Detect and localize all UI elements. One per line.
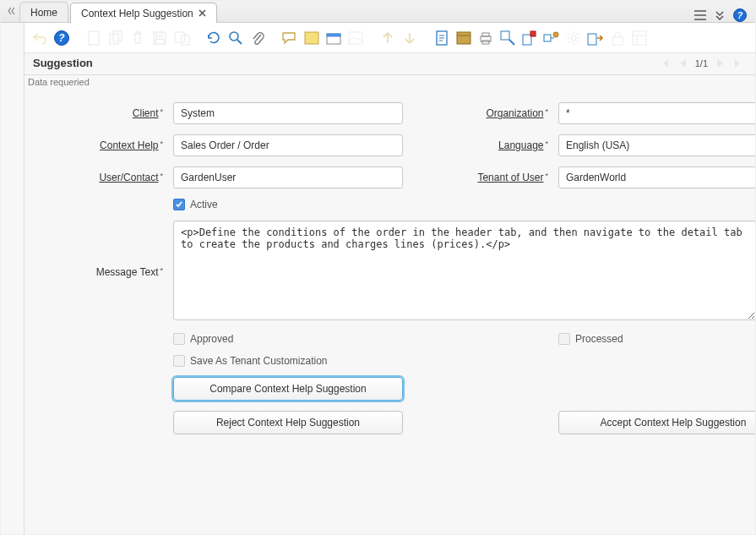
left-rail bbox=[1, 23, 24, 534]
chat-icon[interactable] bbox=[281, 30, 298, 46]
archive-icon[interactable] bbox=[455, 30, 472, 46]
export-icon[interactable] bbox=[587, 30, 604, 46]
svg-rect-5 bbox=[305, 32, 318, 44]
pager-label: 1/1 bbox=[695, 58, 708, 68]
pager-last-icon[interactable] bbox=[733, 58, 743, 68]
label-user-contact: User/Contact* bbox=[28, 172, 163, 183]
gear-icon[interactable] bbox=[565, 30, 582, 46]
svg-rect-12 bbox=[482, 33, 489, 36]
search-icon[interactable] bbox=[227, 30, 244, 46]
arrow-up-icon[interactable] bbox=[379, 30, 396, 46]
svg-point-18 bbox=[553, 32, 558, 37]
svg-rect-2 bbox=[113, 31, 122, 41]
message-text-field[interactable] bbox=[173, 221, 755, 320]
copy-icon[interactable] bbox=[107, 30, 124, 46]
info-icon[interactable]: ? bbox=[53, 30, 70, 46]
approved-checkbox[interactable] bbox=[173, 333, 185, 345]
arrow-down-icon[interactable] bbox=[401, 30, 418, 46]
lock-icon[interactable] bbox=[609, 30, 626, 46]
svg-rect-1 bbox=[110, 34, 118, 44]
tab-active-label: Context Help Suggestion bbox=[81, 8, 193, 19]
accept-button[interactable]: Accept Context Help Suggestion bbox=[558, 411, 755, 434]
label-processed: Processed bbox=[575, 333, 623, 345]
page-title: Suggestion bbox=[33, 57, 93, 69]
svg-rect-16 bbox=[530, 31, 536, 36]
help-icon[interactable]: ? bbox=[733, 8, 747, 22]
chevron-down-double-icon[interactable] bbox=[715, 10, 725, 20]
reject-button[interactable]: Reject Context Help Suggestion bbox=[173, 411, 403, 434]
menu-icon[interactable] bbox=[694, 10, 706, 20]
form-layout-icon[interactable] bbox=[631, 30, 648, 46]
toolbar: ? bbox=[24, 23, 755, 53]
image-icon[interactable] bbox=[347, 30, 364, 46]
svg-rect-21 bbox=[612, 37, 623, 45]
refresh-icon[interactable] bbox=[205, 30, 222, 46]
svg-rect-14 bbox=[501, 31, 509, 40]
save-icon[interactable] bbox=[151, 30, 168, 46]
language-field[interactable] bbox=[558, 134, 755, 156]
label-client: Client* bbox=[28, 107, 163, 119]
label-active: Active bbox=[190, 199, 218, 210]
zoom-icon[interactable] bbox=[499, 30, 516, 46]
save-customization-checkbox[interactable] bbox=[173, 355, 185, 367]
label-language: Language* bbox=[413, 139, 548, 151]
svg-rect-0 bbox=[89, 31, 99, 45]
svg-rect-22 bbox=[633, 31, 646, 45]
pager-next-icon[interactable] bbox=[716, 58, 725, 68]
label-approved: Approved bbox=[190, 333, 233, 345]
tenant-of-user-field[interactable] bbox=[558, 167, 755, 188]
label-organization: Organization* bbox=[413, 107, 548, 119]
tab-context-help-suggestion[interactable]: Context Help Suggestion bbox=[70, 3, 217, 23]
expand-left-icon[interactable] bbox=[4, 0, 19, 22]
compare-button[interactable]: Compare Context Help Suggestion bbox=[173, 377, 403, 401]
svg-rect-10 bbox=[457, 32, 470, 44]
tab-home[interactable]: Home bbox=[19, 2, 68, 22]
active-checkbox[interactable] bbox=[173, 199, 185, 210]
tab-bar: Home Context Help Suggestion bbox=[19, 0, 219, 22]
pager-prev-icon[interactable] bbox=[678, 58, 687, 68]
svg-point-19 bbox=[571, 35, 576, 41]
svg-rect-7 bbox=[327, 34, 340, 36]
label-context-help: Context Help* bbox=[28, 139, 163, 151]
organization-field[interactable] bbox=[558, 102, 755, 124]
delete-icon[interactable] bbox=[129, 30, 146, 46]
workflow-icon[interactable] bbox=[543, 30, 560, 46]
new-icon[interactable] bbox=[85, 30, 102, 46]
status-text: Data requeried bbox=[24, 75, 755, 90]
svg-point-4 bbox=[230, 32, 238, 41]
print-icon[interactable] bbox=[477, 30, 494, 46]
calendar-icon[interactable] bbox=[325, 30, 342, 46]
attachment-icon[interactable] bbox=[249, 30, 266, 46]
process-icon[interactable] bbox=[521, 30, 538, 46]
context-help-field[interactable] bbox=[173, 134, 403, 156]
record-pager: 1/1 bbox=[660, 58, 747, 68]
label-save-customization: Save As Tenant Customization bbox=[190, 355, 328, 367]
processed-checkbox[interactable] bbox=[558, 333, 570, 345]
note-icon[interactable] bbox=[303, 30, 320, 46]
close-icon[interactable] bbox=[199, 9, 206, 17]
svg-rect-17 bbox=[544, 35, 551, 41]
tab-home-label: Home bbox=[30, 7, 57, 19]
user-contact-field[interactable] bbox=[173, 167, 403, 188]
client-field[interactable] bbox=[173, 102, 403, 124]
label-message-text: Message Text* bbox=[28, 266, 163, 278]
report-icon[interactable] bbox=[433, 30, 450, 46]
label-tenant-of-user: Tenant of User* bbox=[413, 172, 548, 183]
pager-first-icon[interactable] bbox=[660, 58, 670, 68]
svg-rect-20 bbox=[588, 34, 596, 45]
undo-icon[interactable] bbox=[31, 30, 48, 46]
save-new-icon[interactable] bbox=[173, 30, 190, 46]
svg-rect-8 bbox=[349, 32, 362, 44]
